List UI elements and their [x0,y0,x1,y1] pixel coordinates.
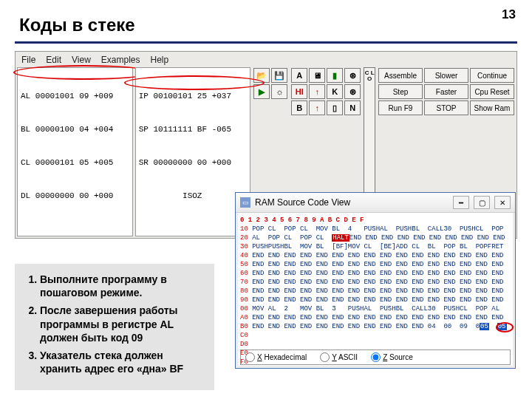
ram-row-00: 00 MOV AL 2 MOV BL 3 PUSHAL PUSHBL CALL3… [240,304,511,313]
highlight-bf-ellipse [496,322,514,332]
ram-row-A0: A0 END END END END END END END END END E… [240,313,511,322]
faster-button[interactable]: Faster [424,84,468,99]
run-f9-button[interactable]: Run F9 [378,100,423,115]
ram-window-title: RAM Source Code View [255,197,350,208]
registers-left: AL 00001001 09 +009 BL 00000100 04 +004 … [17,67,133,236]
light-icon[interactable]: ☼ [271,84,287,99]
reg-sr: SR 00000000 00 +000 [139,157,248,168]
circle-icon[interactable]: ⊛ [344,84,361,99]
menu-examples[interactable]: Examples [101,55,140,65]
page-title: Коды в стеке [19,15,517,35]
close-button[interactable]: ✕ [494,196,511,209]
radio-source[interactable]: Z Source [371,352,413,362]
ram-row-90: 90 END END END END END END END END END E… [240,296,511,304]
reg-flags: ISOZ [139,191,248,202]
ram-row-B0: B0 END END END END END END END END END E… [240,322,511,331]
k-icon[interactable]: K [327,84,343,99]
ram-row-80: 80 END END END END END END END END END E… [240,287,511,296]
instruction-1: Выполните программу в пошаговом режиме. [40,273,207,299]
show-ram-button[interactable]: Show Ram [470,100,514,115]
assemble-button[interactable]: Assemble [378,68,423,83]
target-icon[interactable]: ⊛ [344,68,361,83]
radio-ascii[interactable]: Y ASCII [320,352,358,362]
traffic-icon[interactable]: ▮ [327,68,343,83]
maximize-button[interactable]: ▢ [474,196,490,209]
instruction-2: После завершения работы программы в реги… [40,304,207,344]
b-icon[interactable]: B [291,100,307,115]
monitor-icon[interactable]: 🖥 [309,68,325,83]
ram-row-D0: D0 [240,340,511,349]
reg-cl: CL 00000101 05 +005 [21,157,129,168]
ram-titlebar[interactable]: ▭ RAM Source Code View ━ ▢ ✕ [236,193,515,213]
stop-button[interactable]: STOP [424,100,468,115]
instructions-panel: Выполните программу в пошаговом режиме. … [15,264,214,390]
reg-dl: DL 00000000 00 +000 [21,191,129,202]
ram-row-40: 40 END END END END END END END END END E… [240,251,511,260]
up1-icon[interactable]: ↑ [309,84,325,99]
ram-row-C0: C0 [240,331,511,340]
ram-grid: 0 1 2 3 4 5 6 7 8 9 A B C D E F 10 POP C… [236,213,515,368]
title-rule [15,41,517,44]
ram-row-10: 10 POP CL POP CL MOV BL 4 PUSHAL PUSHBL … [240,225,511,233]
ram-col-header: 0 1 2 3 4 5 6 7 8 9 A B C D E F [240,216,511,225]
menu-help[interactable]: Help [151,55,169,65]
menu-file[interactable]: File [21,55,35,65]
registers-right: IP 00100101 25 +037 SP 10111111 BF -065 … [135,67,251,236]
key-icon[interactable]: ▯ [327,100,343,115]
continue-button[interactable]: Continue [470,68,514,83]
reg-sp: SP 10111111 BF -065 [139,124,248,135]
step-button[interactable]: Step [378,84,423,99]
ram-window-icon: ▭ [240,197,250,208]
n-icon[interactable]: N [344,100,361,115]
menu-edit[interactable]: Edit [46,55,61,65]
ram-row-30: 30 PUSHPUSHBL MOV BL [BF]MOV CL [BE]ADD … [240,242,511,251]
instruction-3: Указатель стека должен хранить адрес его… [40,349,207,375]
run-icon[interactable]: ▶ [253,84,270,99]
radio-hex[interactable]: X Hexadecimal [245,352,307,362]
highlight-sp-ellipse [124,75,265,90]
save-icon[interactable]: 💾 [271,68,287,83]
reg-ip: IP 00100101 25 +037 [139,91,248,102]
slower-button[interactable]: Slower [424,68,468,83]
ram-row-60: 60 END END END END END END END END END E… [240,269,511,278]
minimize-button[interactable]: ━ [453,196,469,209]
menu-view[interactable]: View [72,55,91,65]
page-number: 13 [502,7,516,22]
cpu-reset-button[interactable]: Cpu Reset [470,84,514,99]
ram-row-70: 70 END END END END END END END END END E… [240,278,511,287]
a-icon[interactable]: A [291,68,307,83]
reg-bl: BL 00000100 04 +004 [21,124,129,135]
hi-icon[interactable]: HI [291,84,307,99]
ram-row-50: 50 END END END END END END END END END E… [240,260,511,269]
ram-window: ▭ RAM Source Code View ━ ▢ ✕ 0 1 2 3 4 5… [235,192,516,369]
ram-view-mode: X Hexadecimal Y ASCII Z Source [240,349,511,365]
highlight-al-ellipse [13,65,154,80]
reg-al: AL 00001001 09 +009 [21,91,129,102]
ram-row-20: 20 AL POP CL POP CL HALTEND END END END … [240,233,511,242]
up2-icon[interactable]: ↑ [309,100,325,115]
